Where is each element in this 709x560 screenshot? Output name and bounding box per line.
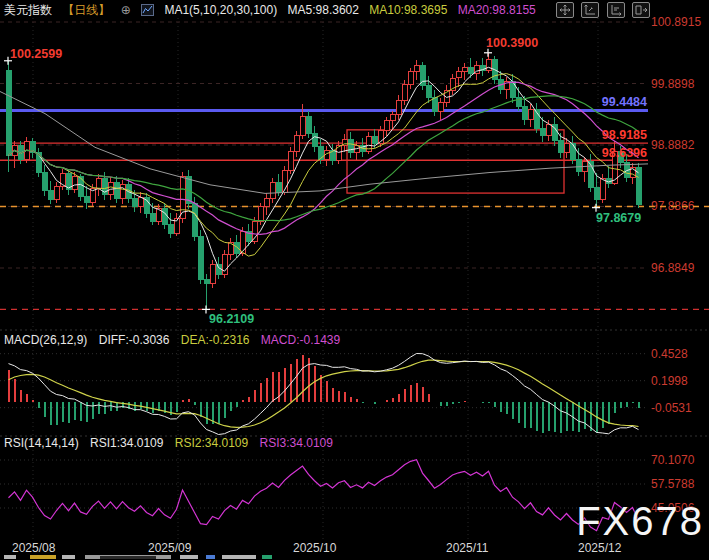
trendline-label-blue[interactable]: 99.4484 bbox=[602, 95, 647, 109]
low-annotation-sep: 96.2109 bbox=[209, 312, 254, 326]
rsi2-value: RSI2:34.0109 bbox=[175, 436, 248, 450]
x-axis-label-sep: 2025/09 bbox=[148, 541, 191, 555]
scale-x-axis-icon[interactable] bbox=[607, 2, 625, 18]
macd-dea-value: DEA:-0.2316 bbox=[181, 333, 250, 347]
chart-toolbar bbox=[556, 2, 653, 20]
ma20-value: MA20:98.8155 bbox=[458, 3, 536, 17]
macd-params: MACD(26,12,9) bbox=[4, 333, 87, 347]
scale-y-axis-icon[interactable] bbox=[581, 2, 599, 18]
bottom-toolbar-clipped bbox=[0, 555, 709, 560]
x-axis-label-oct: 2025/10 bbox=[293, 541, 336, 555]
svg-text:96.8849: 96.8849 bbox=[651, 261, 695, 275]
svg-text:0.1998: 0.1998 bbox=[651, 374, 688, 388]
symbol-title: 美元指数 bbox=[4, 3, 52, 17]
rsi1-value: RSI1:34.0109 bbox=[90, 436, 163, 450]
reset-view-icon[interactable] bbox=[632, 2, 650, 18]
svg-text:70.1070: 70.1070 bbox=[651, 453, 695, 467]
chart-window: 100.891599.889898.888297.886696.88490.45… bbox=[0, 0, 709, 560]
high-annotation-aug: 100.2599 bbox=[10, 47, 62, 61]
x-axis-label-aug: 2025/08 bbox=[12, 541, 55, 555]
ma5-value: MA5:98.3602 bbox=[288, 3, 359, 17]
svg-text:99.8898: 99.8898 bbox=[651, 77, 695, 91]
trendline-label-red2[interactable]: 98.6396 bbox=[602, 146, 647, 160]
rsi-params: RSI(14,14,14) bbox=[4, 436, 79, 450]
rsi-indicator-bar: RSI(14,14,14) RSI1:34.0109 RSI2:34.0109 … bbox=[4, 436, 341, 450]
add-indicator-button[interactable]: ⊕ bbox=[121, 3, 131, 17]
svg-text:0.4528: 0.4528 bbox=[651, 347, 688, 361]
pan-icon[interactable] bbox=[556, 2, 574, 18]
macd-indicator-bar: MACD(26,12,9) DIFF:-0.3036 DEA:-0.2316 M… bbox=[4, 333, 348, 347]
low-annotation-dec: 97.8679 bbox=[596, 211, 641, 225]
main-indicator-bar: 美元指数 【日线】 ⊕ MA1(5,10,20,30,100) MA5:98.3… bbox=[4, 2, 543, 18]
trendline-label-red1[interactable]: 98.9185 bbox=[602, 128, 647, 142]
chart-canvas[interactable]: 100.891599.889898.888297.886696.88490.45… bbox=[0, 0, 709, 560]
rsi3-value: RSI3:34.0109 bbox=[260, 436, 333, 450]
period-label: 【日线】 bbox=[62, 3, 110, 17]
chart-style-icon[interactable] bbox=[141, 4, 154, 19]
ma-group-label: MA1(5,10,20,30,100) bbox=[164, 3, 277, 17]
svg-text:100.8915: 100.8915 bbox=[651, 15, 701, 29]
ma10-value: MA10:98.3695 bbox=[369, 3, 447, 17]
macd-diff-value: DIFF:-0.3036 bbox=[99, 333, 170, 347]
watermark: FX678 bbox=[576, 499, 704, 544]
svg-text:57.5788: 57.5788 bbox=[651, 477, 695, 491]
macd-value: MACD:-0.1439 bbox=[261, 333, 340, 347]
x-axis-label-nov: 2025/11 bbox=[446, 541, 489, 555]
svg-text:98.8882: 98.8882 bbox=[651, 138, 695, 152]
svg-text:-0.0531: -0.0531 bbox=[651, 401, 692, 415]
high-annotation-nov: 100.3900 bbox=[486, 36, 538, 50]
